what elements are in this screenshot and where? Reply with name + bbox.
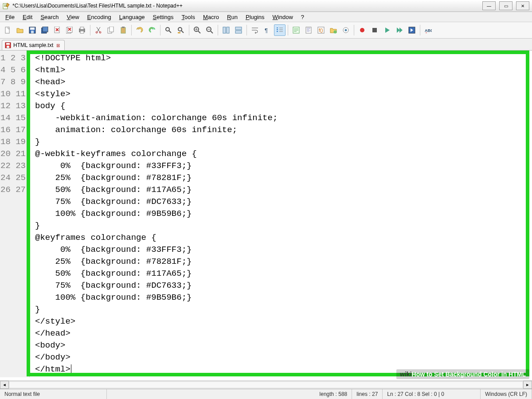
play-macro-icon[interactable]	[381, 24, 393, 36]
menu-file[interactable]: File	[2, 13, 18, 21]
menu-edit[interactable]: Edit	[19, 13, 36, 21]
svg-rect-23	[223, 27, 226, 33]
monitoring-icon[interactable]	[340, 24, 352, 36]
tab-html-sample[interactable]: HTML sample.txt ⊠	[2, 40, 65, 50]
svg-rect-16	[110, 27, 113, 32]
horizontal-scrollbar[interactable]: ◄ ►	[0, 380, 532, 389]
menu-?[interactable]: ?	[297, 13, 308, 21]
svg-point-13	[96, 31, 98, 33]
tab-close-icon[interactable]: ⊠	[55, 43, 61, 48]
menu-view[interactable]: View	[63, 13, 83, 21]
paste-icon[interactable]	[117, 24, 129, 36]
svg-rect-36	[372, 28, 377, 32]
play-multi-icon[interactable]	[394, 24, 405, 36]
close-all-icon[interactable]	[64, 24, 75, 36]
toolbar-separator	[246, 25, 247, 35]
tabstrip: HTML sample.txt ⊠	[0, 39, 532, 51]
line-gutter: 1 2 3 4 5 6 7 8 9 10 11 12 13 14 15 16 1…	[0, 51, 30, 377]
svg-rect-41	[7, 46, 9, 48]
toolbar: ¶f()ABC	[0, 22, 532, 39]
scroll-left-button[interactable]: ◄	[0, 381, 9, 389]
svg-rect-11	[80, 27, 84, 29]
svg-text:f(): f()	[319, 28, 323, 33]
svg-rect-12	[80, 31, 84, 33]
menu-macro[interactable]: Macro	[200, 13, 223, 21]
save-all-icon[interactable]	[39, 24, 51, 36]
find-icon[interactable]	[163, 24, 174, 36]
scroll-track[interactable]	[9, 381, 523, 388]
status-length: length : 588	[315, 389, 352, 399]
menubar: FileEditSearchViewEncodingLanguageSettin…	[0, 12, 532, 22]
close-window-button[interactable]: ✕	[516, 1, 529, 10]
toolbar-separator	[160, 25, 160, 35]
svg-point-19	[166, 27, 169, 31]
statusbar: Normal text file length : 588 lines : 27…	[0, 389, 532, 399]
svg-point-35	[360, 28, 364, 32]
toolbar-separator	[189, 25, 189, 35]
zoom-in-icon[interactable]	[192, 24, 203, 36]
code-text[interactable]: <!DOCTYPE html> <html> <head> <style> bo…	[30, 51, 532, 377]
svg-rect-40	[6, 43, 10, 45]
svg-point-20	[178, 27, 182, 31]
menu-window[interactable]: Window	[269, 13, 297, 21]
toolbar-separator	[354, 25, 354, 35]
menu-tools[interactable]: Tools	[178, 13, 199, 21]
titlebar: *C:\Users\Lisa\Documents\Lisa\Test Files…	[0, 0, 532, 12]
svg-point-32	[334, 31, 336, 33]
spellcheck-icon[interactable]: ABC	[422, 24, 434, 36]
menu-language[interactable]: Language	[116, 13, 149, 21]
menu-search[interactable]: Search	[37, 13, 62, 21]
svg-text:ABC: ABC	[425, 28, 432, 33]
svg-rect-6	[43, 27, 48, 32]
func-list-icon[interactable]: f()	[315, 24, 327, 36]
maximize-button[interactable]: ▭	[499, 1, 512, 10]
toolbar-separator	[218, 25, 218, 35]
menu-run[interactable]: Run	[223, 13, 241, 21]
save-macro-icon[interactable]	[406, 24, 418, 36]
toolbar-separator	[420, 25, 420, 35]
svg-rect-25	[235, 27, 242, 30]
close-icon[interactable]	[51, 24, 63, 36]
cut-icon[interactable]	[93, 24, 104, 36]
print-icon[interactable]	[76, 24, 88, 36]
show-all-chars-icon[interactable]: ¶	[262, 24, 273, 36]
svg-rect-1	[5, 27, 9, 33]
sync-h-icon[interactable]	[233, 24, 244, 36]
stop-macro-icon[interactable]	[369, 24, 380, 36]
replace-icon[interactable]	[175, 24, 187, 36]
save-icon[interactable]	[27, 24, 38, 36]
menu-settings[interactable]: Settings	[149, 13, 177, 21]
status-eol: Windows (CR LF)	[481, 389, 532, 399]
svg-rect-26	[235, 31, 242, 33]
menu-encoding[interactable]: Encoding	[84, 13, 115, 21]
redo-icon[interactable]	[146, 24, 158, 36]
svg-rect-4	[31, 31, 34, 33]
undo-icon[interactable]	[134, 24, 145, 36]
code-editor[interactable]: 1 2 3 4 5 6 7 8 9 10 11 12 13 14 15 16 1…	[0, 51, 532, 380]
save-unsaved-icon	[5, 42, 11, 48]
record-macro-icon[interactable]	[356, 24, 368, 36]
svg-point-14	[99, 31, 101, 33]
editor-pane: 1 2 3 4 5 6 7 8 9 10 11 12 13 14 15 16 1…	[0, 51, 532, 389]
svg-rect-3	[30, 27, 35, 30]
window-title: *C:\Users\Lisa\Documents\Lisa\Test Files…	[12, 3, 479, 9]
svg-rect-18	[122, 27, 125, 28]
open-file-icon[interactable]	[14, 24, 26, 36]
svg-rect-17	[121, 27, 125, 33]
new-file-icon[interactable]	[2, 24, 13, 36]
copy-icon[interactable]	[105, 24, 117, 36]
indent-guide-icon[interactable]	[274, 24, 286, 36]
scroll-right-button[interactable]: ►	[523, 381, 532, 389]
sync-v-icon[interactable]	[220, 24, 232, 36]
menu-plugins[interactable]: Plugins	[242, 13, 268, 21]
wordwrap-icon[interactable]	[249, 24, 261, 36]
udlv-icon[interactable]	[290, 24, 302, 36]
doc-map-icon[interactable]	[303, 24, 314, 36]
status-filetype: Normal text file	[0, 389, 107, 399]
tab-label: HTML sample.txt	[13, 42, 53, 48]
status-position: Ln : 27 Col : 8 Sel : 0 | 0	[383, 389, 481, 399]
minimize-button[interactable]: —	[482, 1, 496, 10]
zoom-out-icon[interactable]	[204, 24, 215, 36]
folder-workspace-icon[interactable]	[328, 24, 339, 36]
toolbar-separator	[90, 25, 90, 35]
